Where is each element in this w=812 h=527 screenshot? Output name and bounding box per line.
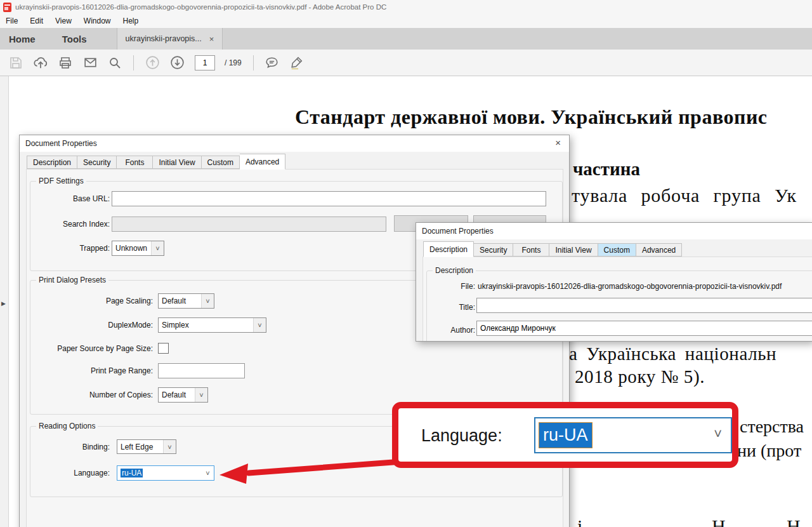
nav-pane-toggle[interactable]: ▶	[0, 76, 9, 527]
page-up-icon	[145, 55, 160, 70]
print-icon	[58, 55, 73, 70]
highlighter-icon	[289, 55, 304, 70]
language-label-zoomed: Language:	[421, 426, 502, 446]
acrobat-window: ukrayinskii-pravopis-16012026-dlia-groma…	[0, 0, 812, 527]
duplex-mode-label: DuplexMode:	[36, 321, 153, 330]
search-button[interactable]	[105, 53, 124, 72]
base-url-input[interactable]	[112, 191, 546, 206]
close-icon[interactable]: ×	[555, 138, 561, 148]
pdf-bottom-fragment: Н	[712, 516, 726, 527]
page-total-label: / 199	[225, 58, 242, 67]
duplex-mode-select[interactable]: Simplex ˅	[158, 317, 266, 333]
menu-item-edit[interactable]: Edit	[30, 17, 43, 25]
pdf-bottom-fragment: і	[577, 516, 582, 527]
tab-document[interactable]: ukrayinskii-pravopis... ×	[117, 28, 223, 50]
trapped-label: Trapped:	[36, 244, 110, 253]
tab-security[interactable]: Security	[77, 156, 117, 169]
doc-tab-close-icon[interactable]: ×	[209, 34, 214, 44]
next-page-button[interactable]	[167, 53, 187, 72]
menu-item-help[interactable]: Help	[123, 17, 139, 25]
menu-item-file[interactable]: File	[6, 17, 18, 25]
dialog-titlebar[interactable]: Document Properties	[416, 223, 812, 239]
page-down-icon	[169, 55, 185, 70]
quick-toolbar: / 199	[0, 50, 812, 76]
copies-label: Number of Copies:	[36, 390, 153, 399]
search-icon	[107, 55, 122, 70]
tab-initial-view[interactable]: Initial View	[549, 243, 598, 257]
menu-bar: File Edit View Window Help	[0, 14, 812, 28]
print-button[interactable]	[56, 53, 75, 72]
tab-description[interactable]: Description	[423, 241, 474, 257]
save-button[interactable]	[6, 53, 25, 72]
copies-select[interactable]: Default ˅	[158, 387, 208, 403]
tab-fonts[interactable]: Fonts	[117, 156, 153, 169]
previous-page-button[interactable]	[143, 53, 162, 72]
group-title: Print Dialog Presets	[36, 276, 108, 284]
pdf-line-chastyna: частина	[573, 159, 640, 180]
language-value-selected: ru-UA	[539, 423, 592, 448]
language-label: Language:	[36, 469, 110, 477]
window-title: ukrayinskii-pravopis-16012026-dlia-groma…	[15, 3, 386, 11]
menu-item-window[interactable]: Window	[84, 17, 111, 25]
search-index-label: Search Index:	[36, 220, 110, 229]
language-value-selected: ru-UA	[121, 469, 143, 477]
tab-home[interactable]: Home	[0, 28, 49, 50]
author-input[interactable]	[476, 321, 812, 336]
group-title: Reading Options	[36, 422, 98, 430]
print-range-input[interactable]	[158, 363, 245, 378]
tab-tools[interactable]: Tools	[49, 28, 100, 50]
highlight-button[interactable]	[287, 53, 306, 72]
chevron-down-icon: ˅	[195, 388, 207, 402]
binding-select[interactable]: Left Edge ˅	[117, 439, 176, 454]
file-label: File:	[435, 282, 475, 291]
dialog-titlebar[interactable]: Document Properties	[20, 135, 569, 152]
toolbar-separator	[133, 55, 134, 70]
email-icon	[82, 55, 98, 70]
share-button[interactable]	[31, 53, 50, 72]
copies-value: Default	[159, 390, 195, 399]
comment-button[interactable]	[263, 53, 282, 72]
paper-source-label: Paper Source by Page Size:	[36, 344, 153, 353]
pdf-right-ny: ни (прот	[737, 441, 801, 461]
email-button[interactable]	[81, 53, 100, 72]
menu-item-view[interactable]: View	[55, 17, 72, 25]
tab-custom[interactable]: Custom	[202, 156, 240, 169]
page-scaling-value: Default	[159, 297, 201, 305]
binding-label: Binding:	[36, 443, 110, 451]
base-url-label: Base URL:	[36, 194, 110, 203]
chevron-down-icon: ˅	[202, 466, 214, 480]
save-icon	[8, 55, 23, 70]
tab-custom[interactable]: Custom	[598, 243, 636, 257]
print-range-label: Print Page Range:	[36, 366, 153, 375]
dialog-tabs: Description Security Fonts Initial View …	[27, 154, 285, 169]
binding-value: Left Edge	[117, 443, 163, 451]
chevron-down-icon: ˅	[163, 440, 176, 453]
paper-source-checkbox[interactable]	[158, 343, 169, 354]
tab-initial-view[interactable]: Initial View	[153, 156, 201, 169]
chevron-down-icon: ˅	[151, 241, 164, 255]
trapped-select[interactable]: Unknown ˅	[112, 241, 164, 256]
tab-fonts[interactable]: Fonts	[513, 243, 549, 257]
chevron-down-icon: ˅	[253, 318, 266, 332]
group-title: Description	[433, 266, 476, 275]
language-select-zoomed[interactable]: ru-UA ˅	[534, 417, 732, 453]
chevron-down-icon: ˅	[201, 294, 214, 308]
toolbar-separator	[253, 55, 254, 70]
page-scaling-label: Page Scaling:	[36, 297, 153, 305]
pdf-heading: Стандарт державної мови. Український пра…	[295, 105, 768, 129]
tab-advanced[interactable]: Advanced	[240, 154, 285, 170]
language-select[interactable]: ru-UA ˅	[117, 465, 214, 481]
page-number-input[interactable]	[195, 55, 215, 70]
pdf-bottom-fragment: Н	[787, 516, 801, 527]
duplex-mode-value: Simplex	[159, 321, 253, 330]
tab-security[interactable]: Security	[474, 243, 513, 257]
document-properties-dialog-description: Document Properties Description Security…	[416, 222, 812, 342]
tab-description[interactable]: Description	[27, 156, 77, 169]
page-scaling-select[interactable]: Default ˅	[158, 293, 214, 309]
window-titlebar: ukrayinskii-pravopis-16012026-dlia-groma…	[0, 0, 812, 14]
tab-advanced[interactable]: Advanced	[636, 243, 682, 257]
search-index-input	[112, 217, 386, 232]
cloud-upload-icon	[32, 55, 49, 71]
language-highlight-box: Language: ru-UA ˅	[392, 402, 738, 468]
title-input[interactable]	[476, 298, 812, 313]
